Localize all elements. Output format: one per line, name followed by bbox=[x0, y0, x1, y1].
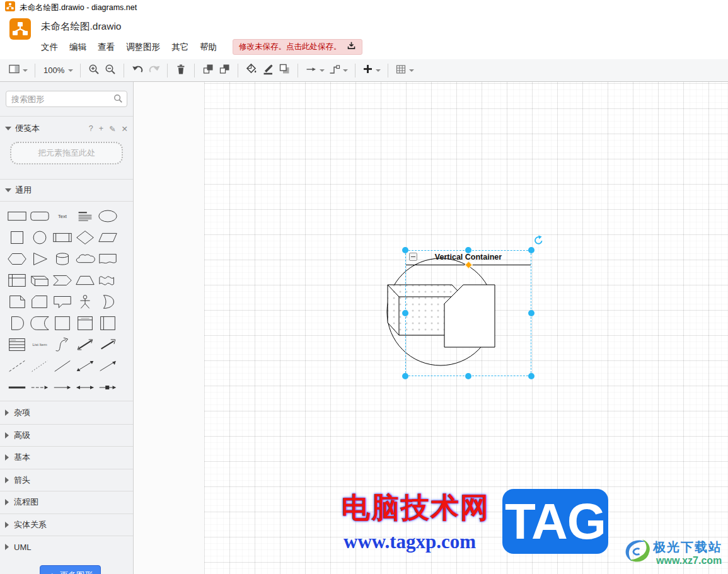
selection-handle-e[interactable] bbox=[528, 310, 534, 316]
fill-color-button[interactable] bbox=[243, 62, 260, 79]
redo-button[interactable] bbox=[146, 62, 162, 79]
connection-style-button[interactable] bbox=[303, 62, 326, 79]
menu-item-0[interactable]: 文件 bbox=[41, 42, 58, 53]
palette-shape-data-storage[interactable] bbox=[28, 313, 51, 334]
drawing-canvas[interactable]: Vertical Container 电脑技术网 www.tagxp.com T… bbox=[134, 82, 728, 574]
waypoints-button[interactable] bbox=[326, 62, 350, 79]
palette-shape-note[interactable] bbox=[6, 291, 28, 313]
unsaved-changes-banner[interactable]: 修改未保存。点击此处保存。 bbox=[233, 39, 362, 55]
palette-shape-vertical-container[interactable] bbox=[74, 313, 96, 334]
palette-shape-line[interactable] bbox=[51, 355, 74, 377]
selection-handle-se[interactable] bbox=[528, 373, 534, 379]
palette-shape-curve[interactable] bbox=[51, 334, 74, 355]
title-edit-handle[interactable] bbox=[465, 261, 473, 269]
sidebar-section-4[interactable]: 流程图 bbox=[0, 491, 133, 514]
zoom-level-button[interactable]: 100% bbox=[40, 62, 75, 79]
scratchpad-header[interactable]: 便笺本 ?+✎✕ bbox=[0, 117, 133, 134]
palette-shape-simple-double-arrow[interactable] bbox=[74, 377, 96, 398]
menu-item-1[interactable]: 编辑 bbox=[69, 42, 86, 53]
menu-item-5[interactable]: 帮助 bbox=[200, 42, 217, 53]
palette-shape-simple-arrow[interactable] bbox=[51, 377, 74, 398]
palette-shape-cloud[interactable] bbox=[74, 248, 96, 270]
selection-handle-w[interactable] bbox=[402, 310, 408, 316]
palette-shape-text[interactable]: Text bbox=[51, 205, 74, 227]
sidebar-section-5[interactable]: 实体关系 bbox=[0, 514, 133, 536]
palette-shape-and[interactable] bbox=[6, 313, 28, 334]
collapse-container-button[interactable] bbox=[409, 253, 417, 261]
palette-shape-arrow-link[interactable] bbox=[28, 377, 51, 398]
scratchpad-dropzone[interactable]: 把元素拖至此处 bbox=[10, 142, 123, 164]
selection-handle-nw[interactable] bbox=[402, 247, 408, 253]
zoom-out-button[interactable] bbox=[102, 62, 118, 79]
palette-shape-hexagon[interactable] bbox=[6, 248, 28, 270]
palette-shape-or[interactable] bbox=[96, 291, 119, 313]
palette-shape-step[interactable] bbox=[51, 270, 74, 291]
palette-shape-diamond[interactable] bbox=[74, 227, 96, 248]
menu-item-4[interactable]: 其它 bbox=[171, 42, 188, 53]
shadow-button[interactable] bbox=[276, 62, 292, 79]
selection-handle-n[interactable] bbox=[465, 247, 471, 253]
search-input[interactable] bbox=[6, 91, 127, 107]
to-back-button[interactable] bbox=[216, 62, 233, 79]
selection-handle-s[interactable] bbox=[465, 373, 471, 379]
sidebar-section-2[interactable]: 基本 bbox=[0, 446, 133, 469]
add-icon[interactable]: + bbox=[99, 124, 103, 134]
edit-icon[interactable]: ✎ bbox=[109, 124, 115, 134]
table-button[interactable] bbox=[393, 62, 416, 79]
palette-shape-dashed-line[interactable] bbox=[6, 355, 28, 377]
close-icon[interactable]: ✕ bbox=[122, 124, 128, 134]
delete-button[interactable] bbox=[173, 62, 189, 79]
palette-shape-card[interactable] bbox=[28, 291, 51, 313]
palette-shape-rectangle[interactable] bbox=[6, 205, 28, 227]
menu-item-3[interactable]: 调整图形 bbox=[126, 42, 160, 53]
palette-shape-cube[interactable] bbox=[28, 270, 51, 291]
sidebar-section-label: 箭头 bbox=[14, 474, 30, 486]
palette-shape-actor[interactable] bbox=[74, 291, 96, 313]
sidebar-section-3[interactable]: 箭头 bbox=[0, 469, 133, 491]
selection-box[interactable]: Vertical Container bbox=[405, 250, 531, 376]
palette-shape-directional-connector[interactable] bbox=[96, 355, 119, 377]
palette-shape-triangle[interactable] bbox=[28, 248, 51, 270]
palette-shape-list[interactable] bbox=[6, 334, 28, 355]
rotate-handle[interactable] bbox=[533, 235, 544, 248]
palette-shape-parallelogram[interactable] bbox=[96, 227, 119, 248]
palette-shape-horizontal-container[interactable] bbox=[96, 313, 119, 334]
palette-shape-ellipse[interactable] bbox=[96, 205, 119, 227]
to-front-button[interactable] bbox=[200, 62, 216, 79]
palette-shape-cylinder[interactable] bbox=[51, 248, 74, 270]
general-section-header[interactable]: 通用 bbox=[0, 180, 133, 202]
palette-shape-internal-storage[interactable] bbox=[6, 270, 28, 291]
palette-shape-list-item[interactable]: List Item bbox=[28, 334, 51, 355]
palette-shape-bidirectional-connector[interactable] bbox=[74, 355, 96, 377]
palette-shape-square[interactable] bbox=[6, 227, 28, 248]
palette-shape-tape[interactable] bbox=[96, 270, 119, 291]
palette-shape-textbox[interactable] bbox=[74, 205, 96, 227]
document-title[interactable]: 未命名绘图.drawio bbox=[41, 20, 121, 33]
zoom-in-button[interactable] bbox=[86, 62, 102, 79]
palette-shape-dotted-line[interactable] bbox=[28, 355, 51, 377]
more-shapes-button[interactable]: ＋ 更多图形 bbox=[40, 565, 101, 574]
selection-handle-sw[interactable] bbox=[402, 373, 408, 379]
palette-shape-arrow[interactable] bbox=[96, 334, 119, 355]
sidebar-section-6[interactable]: UML bbox=[0, 536, 133, 558]
expand-triangle-icon bbox=[5, 477, 9, 483]
view-panels-button[interactable] bbox=[6, 62, 30, 79]
line-color-button[interactable] bbox=[260, 62, 276, 79]
sidebar-section-1[interactable]: 高级 bbox=[0, 424, 133, 447]
palette-shape-process[interactable] bbox=[51, 227, 74, 248]
undo-button[interactable] bbox=[129, 62, 146, 79]
palette-shape-circle[interactable] bbox=[28, 227, 51, 248]
palette-shape-callout[interactable] bbox=[51, 291, 74, 313]
sidebar-section-0[interactable]: 杂项 bbox=[0, 401, 133, 424]
palette-shape-rounded-rectangle[interactable] bbox=[28, 205, 51, 227]
help-icon[interactable]: ? bbox=[89, 124, 93, 134]
palette-shape-document[interactable] bbox=[96, 248, 119, 270]
search-icon[interactable] bbox=[113, 94, 123, 106]
menu-item-2[interactable]: 查看 bbox=[98, 42, 115, 53]
palette-shape-link[interactable] bbox=[6, 377, 28, 398]
palette-shape-container[interactable] bbox=[51, 313, 74, 334]
palette-shape-bidirectional-arrow[interactable] bbox=[74, 334, 96, 355]
palette-shape-arrow-box[interactable] bbox=[96, 377, 119, 398]
palette-shape-trapezoid[interactable] bbox=[74, 270, 96, 291]
insert-button[interactable] bbox=[361, 62, 383, 79]
